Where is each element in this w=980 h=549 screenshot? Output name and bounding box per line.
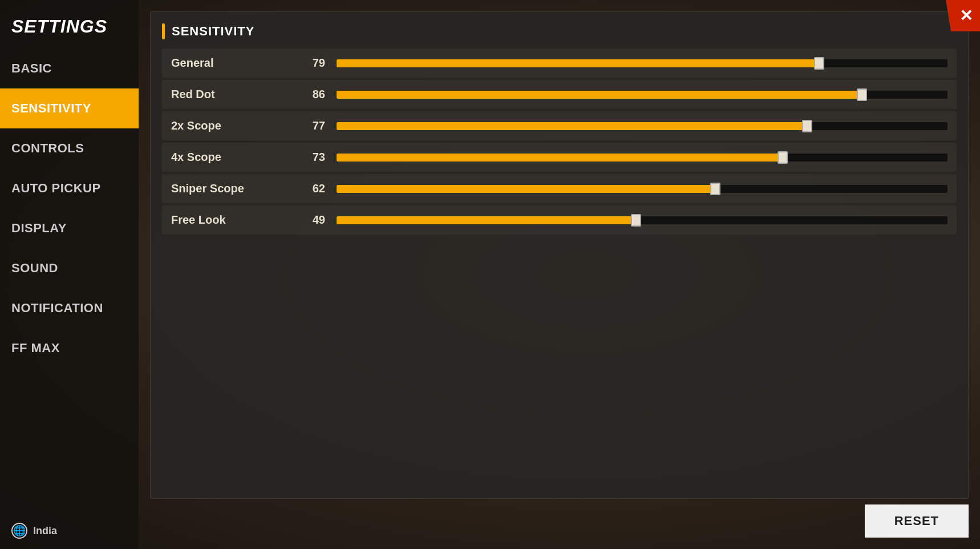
slider-label-1: Red Dot — [171, 88, 285, 101]
slider-row: 4x Scope 73 — [162, 143, 957, 172]
sidebar-item-sensitivity[interactable]: SENSITIVITY — [0, 88, 139, 128]
slider-thumb-1[interactable] — [857, 88, 867, 101]
sidebar-item-sound[interactable]: SOUND — [0, 248, 139, 288]
slider-row: Free Look 49 — [162, 205, 957, 235]
sidebar-item-display[interactable]: DISPLAY — [0, 208, 139, 248]
settings-title: SETTINGS — [0, 6, 139, 49]
slider-fill-1 — [337, 91, 862, 99]
slider-thumb-4[interactable] — [710, 183, 720, 195]
sidebar-item-auto-pickup[interactable]: AUTO PICKUP — [0, 168, 139, 208]
section-header: SENSITIVITY — [162, 23, 957, 39]
slider-label-4: Sniper Scope — [171, 182, 285, 195]
section-title: SENSITIVITY — [172, 24, 254, 39]
slider-value-2: 77 — [297, 119, 325, 132]
close-button[interactable]: ✕ — [946, 0, 980, 31]
slider-row: Red Dot 86 — [162, 80, 957, 109]
slider-thumb-2[interactable] — [802, 120, 812, 132]
sidebar-item-basic[interactable]: BASIC — [0, 49, 139, 88]
slider-track-2[interactable] — [337, 122, 947, 130]
slider-fill-5 — [337, 216, 636, 224]
slider-label-5: Free Look — [171, 213, 285, 227]
slider-value-0: 79 — [297, 56, 325, 70]
slider-thumb-0[interactable] — [814, 57, 824, 70]
slider-track-1[interactable] — [337, 91, 947, 99]
slider-thumb-3[interactable] — [777, 151, 788, 164]
sidebar: SETTINGS BASICSENSITIVITYCONTROLSAUTO PI… — [0, 0, 139, 549]
sidebar-footer: 🌐 India — [0, 512, 139, 549]
slider-thumb-5[interactable] — [631, 214, 641, 227]
slider-row: 2x Scope 77 — [162, 111, 957, 140]
slider-list: General 79 Red Dot 86 2x Scope 77 — [162, 49, 957, 235]
sidebar-item-controls[interactable]: CONTROLS — [0, 128, 139, 168]
settings-panel: SENSITIVITY General 79 Red Dot 86 2x Sco… — [150, 11, 969, 499]
slider-value-4: 62 — [297, 182, 325, 195]
sidebar-item-ff-max[interactable]: FF MAX — [0, 328, 139, 368]
slider-fill-2 — [337, 122, 807, 130]
globe-icon: 🌐 — [11, 523, 27, 539]
main-content: ✕ SENSITIVITY General 79 Red Dot 86 — [139, 0, 980, 549]
slider-fill-4 — [337, 185, 715, 193]
slider-track-5[interactable] — [337, 216, 947, 224]
slider-label-0: General — [171, 56, 285, 70]
slider-track-3[interactable] — [337, 154, 947, 162]
slider-row: General 79 — [162, 49, 957, 78]
sidebar-nav: BASICSENSITIVITYCONTROLSAUTO PICKUPDISPL… — [0, 49, 139, 512]
region-label: India — [33, 525, 57, 537]
section-bar — [162, 23, 165, 39]
slider-track-0[interactable] — [337, 59, 947, 67]
slider-row: Sniper Scope 62 — [162, 174, 957, 203]
slider-value-3: 73 — [297, 151, 325, 164]
slider-fill-0 — [337, 59, 819, 67]
slider-track-4[interactable] — [337, 185, 947, 193]
bottom-area: RESET — [150, 499, 969, 538]
slider-value-1: 86 — [297, 88, 325, 101]
slider-fill-3 — [337, 154, 783, 162]
slider-value-5: 49 — [297, 213, 325, 227]
slider-label-3: 4x Scope — [171, 151, 285, 164]
slider-label-2: 2x Scope — [171, 119, 285, 132]
close-icon: ✕ — [959, 6, 973, 25]
app-container: SETTINGS BASICSENSITIVITYCONTROLSAUTO PI… — [0, 0, 980, 549]
reset-button[interactable]: RESET — [865, 504, 969, 538]
sidebar-item-notification[interactable]: NOTIFICATION — [0, 288, 139, 328]
